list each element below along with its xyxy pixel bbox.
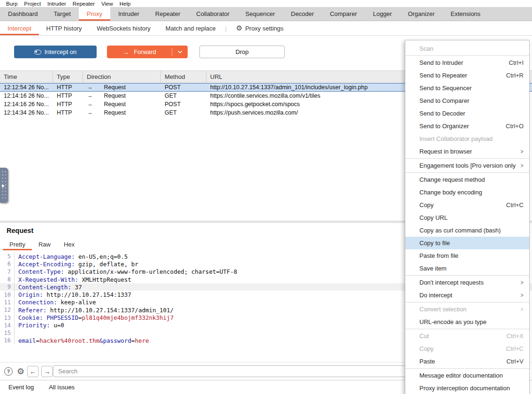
proxy-settings-label: Proxy settings (245, 25, 284, 32)
request-tab-hex[interactable]: Hex (57, 239, 81, 250)
menubar-item-repeater[interactable]: Repeater (69, 1, 98, 7)
subtab-match-and-replace[interactable]: Match and replace (158, 21, 223, 35)
menu-item-send-to-intruder[interactable]: Send to IntruderCtrl+I (405, 56, 529, 69)
menu-item-engagement-tools-pro-version-only[interactable]: Engagement tools [Pro version only]> (405, 159, 529, 172)
tab-target[interactable]: Target (46, 7, 79, 21)
search-settings-gear-icon[interactable] (17, 366, 24, 377)
tab-extensions[interactable]: Extensions (443, 7, 489, 21)
tab-intruder[interactable]: Intruder (110, 7, 147, 21)
subtab-proxy-settings[interactable]: Proxy settings (228, 21, 291, 35)
gear-icon (236, 24, 245, 32)
search-next-button[interactable] (41, 366, 53, 377)
menu-item-send-to-decoder[interactable]: Send to Decoder (405, 107, 529, 120)
bottom-tab-event-log[interactable]: Event log (0, 384, 41, 391)
burp-suite-window: { "colors": { "accent": "#e8663c", "butt… (0, 0, 532, 394)
menu-item-copy-url[interactable]: Copy URL (405, 211, 529, 224)
line-number: 15 (0, 330, 14, 336)
menu-item-url-encode-as-you-type[interactable]: URL-encode as you type (405, 316, 529, 328)
line-number: 5 (0, 253, 14, 260)
tab-proxy[interactable]: Proxy (79, 7, 110, 21)
menu-item-label: Do intercept (419, 292, 516, 299)
menu-item-send-to-repeater[interactable]: Send to RepeaterCtrl+R (405, 69, 529, 82)
menu-item-paste[interactable]: PasteCtrl+V (405, 355, 529, 368)
menu-item-do-intercept[interactable]: Do intercept> (405, 289, 529, 301)
tab-sequencer[interactable]: Sequencer (237, 7, 283, 21)
menubar-item-view[interactable]: View (98, 1, 116, 7)
column-header-time[interactable]: Time (0, 71, 53, 82)
menu-item-shortcut: Ctrl+I (509, 59, 524, 66)
menu-item-label: Copy (419, 201, 501, 209)
menu-item-message-editor-documentation[interactable]: Message editor documentation (405, 369, 529, 382)
forward-dropdown-button[interactable] (172, 46, 188, 58)
help-icon[interactable] (4, 367, 13, 376)
proxy-sub-tab-bar: InterceptHTTP historyWebSockets historyM… (0, 21, 532, 36)
subtab-websockets-history[interactable]: WebSockets history (89, 21, 158, 35)
menu-item-copy-as-curl-command-bash[interactable]: Copy as curl command (bash) (405, 224, 529, 237)
subtab-intercept[interactable]: Intercept (0, 21, 39, 35)
token-text: = (36, 337, 40, 344)
menu-item-don-t-intercept-requests[interactable]: Don't intercept requests> (405, 276, 529, 289)
menu-item-proxy-interception-documentation[interactable]: Proxy interception documentation (405, 382, 529, 394)
forward-button[interactable]: Forward (107, 46, 188, 58)
menu-item-request-in-browser[interactable]: Request in browser> (405, 145, 529, 158)
menubar-item-intruder[interactable]: Intruder (44, 1, 69, 7)
request-tab-pretty[interactable]: Pretty (3, 239, 32, 250)
search-prev-button[interactable] (27, 366, 38, 377)
menubar-item-burp[interactable]: Burp (3, 1, 21, 7)
subtab-http-history[interactable]: HTTP history (39, 21, 90, 35)
cell-method: POST (161, 100, 206, 108)
direction-label: Request (104, 101, 126, 108)
menu-item-change-body-encoding[interactable]: Change body encoding (405, 186, 529, 199)
menu-item-paste-from-file[interactable]: Paste from file (405, 249, 529, 262)
menu-item-label: Message editor documentation (419, 372, 524, 379)
request-view-tabs: PrettyRawHex (3, 239, 81, 250)
menu-item-label: Send to Organizer (419, 123, 500, 130)
menu-item-label: URL-encode as you type (419, 318, 524, 325)
menu-item-cut: CutCtrl+X (405, 330, 529, 342)
token-value: hacker%40root.thm (39, 337, 99, 344)
menu-item-copy: CopyCtrl+C (405, 342, 529, 355)
window-menubar: BurpProjectIntruderRepeaterViewHelp (0, 0, 532, 7)
tab-logger[interactable]: Logger (365, 7, 400, 21)
menu-item-send-to-organizer[interactable]: Send to OrganizerCtrl+O (405, 120, 529, 132)
menu-item-send-to-sequencer[interactable]: Send to Sequencer (405, 82, 529, 94)
intercept-toggle-button[interactable]: Intercept on (14, 46, 97, 58)
menu-item-label: Proxy interception documentation (419, 385, 524, 392)
line-number: 12 (0, 307, 14, 313)
menu-item-copy-to-file[interactable]: Copy to file (405, 237, 529, 249)
menubar-item-help[interactable]: Help (116, 1, 134, 7)
forward-button-main[interactable]: Forward (107, 46, 172, 58)
column-header-type[interactable]: Type (53, 71, 83, 82)
menu-item-save-item[interactable]: Save item (405, 262, 529, 275)
menu-item-label: Send to Comparer (419, 97, 524, 104)
intercept-toggle-icon (34, 50, 41, 54)
expand-arrow-icon (2, 183, 5, 187)
tab-dashboard[interactable]: Dashboard (0, 7, 46, 21)
submenu-arrow-icon: > (521, 306, 524, 313)
panel-collapse-handle[interactable] (0, 168, 8, 203)
request-tab-raw[interactable]: Raw (32, 239, 57, 250)
token-name: Cookie: (18, 314, 43, 321)
tab-repeater[interactable]: Repeater (147, 7, 188, 21)
menu-item-copy[interactable]: CopyCtrl+C (405, 199, 529, 211)
column-header-method[interactable]: Method (161, 71, 206, 82)
token-text: XMLHttpRequest (78, 276, 131, 283)
line-number: 8 (0, 276, 14, 283)
tab-comparer[interactable]: Comparer (322, 7, 365, 21)
column-header-direction[interactable]: Direction (83, 71, 161, 82)
menubar-item-project[interactable]: Project (21, 1, 44, 7)
cell-time: 12:14:34 26 No... (0, 108, 53, 117)
menu-item-send-to-comparer[interactable]: Send to Comparer (405, 94, 529, 107)
menu-item-change-request-method[interactable]: Change request method (405, 173, 529, 186)
tab-collaborator[interactable]: Collaborator (188, 7, 237, 21)
drop-button[interactable]: Drop (199, 46, 285, 58)
token-name: email (18, 337, 36, 344)
drop-button-label: Drop (236, 48, 249, 55)
menu-separator (405, 275, 529, 276)
token-text: 37 (71, 284, 82, 291)
bottom-tab-all-issues[interactable]: All issues (41, 384, 82, 391)
tab-organizer[interactable]: Organizer (400, 7, 442, 21)
menu-item-label: Change body encoding (419, 189, 524, 196)
menu-item-label: Send to Intruder (419, 59, 503, 66)
tab-decoder[interactable]: Decoder (283, 7, 322, 21)
